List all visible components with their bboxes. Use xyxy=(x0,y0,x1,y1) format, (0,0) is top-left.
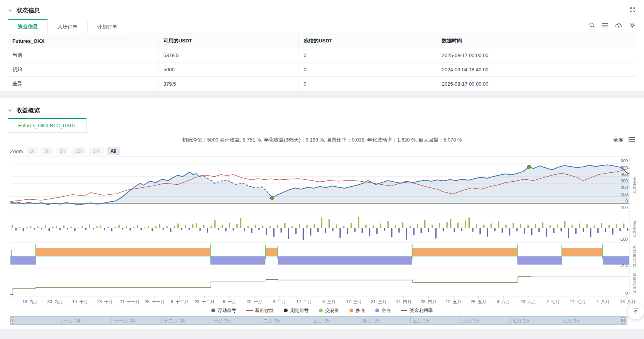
zoom-24h[interactable]: 24h xyxy=(89,147,104,155)
profit-section-header[interactable]: 收益概览 xyxy=(8,104,636,116)
navigator-right-handle[interactable] xyxy=(621,317,625,324)
diff-available: 379.5 xyxy=(158,77,298,91)
navigator-month-label: 八月 '25 xyxy=(562,318,579,324)
row-label-current[interactable]: 当前 xyxy=(8,48,158,62)
legend-line-swatch xyxy=(401,310,407,311)
svg-text:23. 十二月: 23. 十二月 xyxy=(195,299,214,304)
zoom-8h[interactable]: 8h xyxy=(56,147,68,155)
profit-section: 收益概览 Futures_OKX.BTC_USDT 初始净值：5000 累计收益… xyxy=(0,98,644,329)
performance-stats: 初始净值：5000 累计收益: 8.751 %, 年化收益(365天)：9.19… xyxy=(8,137,636,143)
svg-text:-100: -100 xyxy=(619,237,628,241)
chart-menu-icon[interactable] xyxy=(629,137,635,143)
navigator-month-label: 十二月 '24 xyxy=(164,318,185,324)
navigator-month-label: 七月 '25 xyxy=(513,318,529,324)
legend-label: 基准收益 xyxy=(255,307,274,314)
fund-table-header-row: Futures_OKX 可用的USDT 冻结的USDT 数据时间 xyxy=(8,34,636,48)
chart-navigator[interactable]: 十月 '24十一月 '24十二月 '24一月 '25二月 '25三月 '25四月… xyxy=(10,316,627,325)
svg-text:周期盈亏: 周期盈亏 xyxy=(633,221,636,238)
svg-text:-100: -100 xyxy=(619,205,628,210)
col-available: 可用的USDT xyxy=(158,34,298,48)
table-row-diff: 差异 379.5 0 2025-08-17 00:00:00 xyxy=(8,77,636,91)
initial-available: 5000 xyxy=(158,62,298,77)
legend-item[interactable]: 资金利用率 xyxy=(401,307,433,314)
chart-legend: 浮动盈亏基准收益周期盈亏交易量多仓空仓资金利用率 xyxy=(8,306,636,315)
fullscreen-button[interactable]: 全屏 xyxy=(613,137,623,143)
row-label-diff: 差异 xyxy=(8,77,158,91)
svg-text:9. 六月: 9. 六月 xyxy=(497,299,510,304)
navigator-left-handle[interactable] xyxy=(10,317,14,324)
svg-text:30. 九月: 30. 九月 xyxy=(47,299,63,304)
zoom-12h[interactable]: 12h xyxy=(71,147,86,155)
legend-dot-swatch xyxy=(375,309,379,312)
navigator-month-label: 二月 '25 xyxy=(263,318,280,324)
legend-label: 交易量 xyxy=(325,307,339,314)
svg-text:16. 九月: 16. 九月 xyxy=(22,299,38,304)
profit-chart[interactable]: -1000100200300400500600-100-2.4016. 九月30… xyxy=(8,156,636,305)
svg-text:14. 四月: 14. 四月 xyxy=(396,299,411,304)
navigator-separator xyxy=(211,317,211,324)
expand-icon[interactable] xyxy=(630,7,636,14)
navigator-separator xyxy=(61,317,62,324)
diff-frozen: 0 xyxy=(299,77,437,91)
svg-text:17. 二月: 17. 二月 xyxy=(296,299,312,304)
navigator-month-label: 十一月 '24 xyxy=(114,318,135,324)
navigator-separator xyxy=(460,317,461,324)
legend-label: 多仓 xyxy=(356,307,365,314)
legend-dot-swatch xyxy=(319,309,323,312)
svg-text:28. 四月: 28. 四月 xyxy=(421,299,436,304)
table-row-initial: 初始 5000 0 2024-09-04 18:40:00 xyxy=(8,62,636,77)
svg-text:6. 一月: 6. 一月 xyxy=(223,299,236,304)
navigator-month-label: 三月 '25 xyxy=(313,318,330,324)
svg-text:21. 七月: 21. 七月 xyxy=(570,299,586,304)
navigator-separator xyxy=(161,317,162,324)
legend-item[interactable]: 基准收益 xyxy=(246,307,274,314)
gear-icon[interactable] xyxy=(629,22,636,29)
legend-item[interactable]: 周期盈亏 xyxy=(284,307,309,314)
navigator-separator xyxy=(410,317,411,324)
legend-item[interactable]: 多仓 xyxy=(349,307,365,314)
svg-text:31. 三月: 31. 三月 xyxy=(371,299,386,304)
col-time: 数据时间 xyxy=(437,34,636,48)
zoom-3h[interactable]: 3h xyxy=(41,147,53,155)
zoom-1h[interactable]: 1h xyxy=(26,147,38,155)
navigator-separator xyxy=(311,317,311,324)
cloud-download-icon[interactable] xyxy=(615,22,622,29)
legend-item[interactable]: 浮动盈亏 xyxy=(211,307,236,314)
menu-icon[interactable] xyxy=(602,22,609,28)
table-toolbar xyxy=(589,22,636,29)
tab-fund-info[interactable]: 资金信息 xyxy=(8,19,48,34)
navigator-month-label: 十月 '24 xyxy=(64,318,80,324)
zoom-all[interactable]: All xyxy=(107,147,120,155)
tab-symbol[interactable]: Futures_OKX.BTC_USDT xyxy=(8,118,87,133)
navigator-month-label: 六月 '25 xyxy=(463,318,479,324)
svg-text:浮动盈亏: 浮动盈亏 xyxy=(633,177,636,194)
status-section-title: 状态信息 xyxy=(17,7,40,14)
legend-dot-swatch xyxy=(284,309,288,312)
legend-item[interactable]: 交易量 xyxy=(319,307,339,314)
legend-label: 浮动盈亏 xyxy=(218,307,236,314)
svg-text:12. 五月: 12. 五月 xyxy=(446,299,461,304)
chevron-down-icon[interactable] xyxy=(8,8,13,13)
initial-time: 2024-09-04 18:40:00 xyxy=(437,62,636,77)
zoom-controls: Zoom 1h 3h 8h 12h 24h All xyxy=(10,147,636,155)
svg-text:3. 三月: 3. 三月 xyxy=(322,299,335,304)
navigator-separator xyxy=(361,317,361,324)
fund-table: Futures_OKX 可用的USDT 冻结的USDT 数据时间 当前 5379… xyxy=(8,34,636,91)
navigator-separator xyxy=(510,317,511,324)
table-row-current: 当前 5379.5 0 2025-08-17 00:00:00 xyxy=(8,48,636,62)
svg-text:3. 二月: 3. 二月 xyxy=(273,299,286,304)
profit-section-title: 收益概览 xyxy=(17,107,40,114)
svg-text:7. 七月: 7. 七月 xyxy=(546,299,560,304)
tab-entry-orders[interactable]: 入场订单 xyxy=(48,20,88,34)
diff-time: 2025-08-17 00:00:00 xyxy=(437,77,636,91)
chevron-down-icon[interactable] xyxy=(8,108,13,113)
zoom-label: Zoom xyxy=(10,148,23,154)
search-icon[interactable] xyxy=(589,22,595,29)
tab-plan-orders[interactable]: 计划订单 xyxy=(88,20,127,34)
legend-item[interactable]: 空仓 xyxy=(375,307,391,314)
scroll-to-top-button[interactable] xyxy=(628,303,644,319)
initial-frozen: 0 xyxy=(299,62,437,77)
status-section-header[interactable]: 状态信息 xyxy=(8,4,636,19)
svg-text:20. 一月: 20. 一月 xyxy=(246,299,262,304)
svg-text:25. 十一月: 25. 十一月 xyxy=(145,299,165,304)
